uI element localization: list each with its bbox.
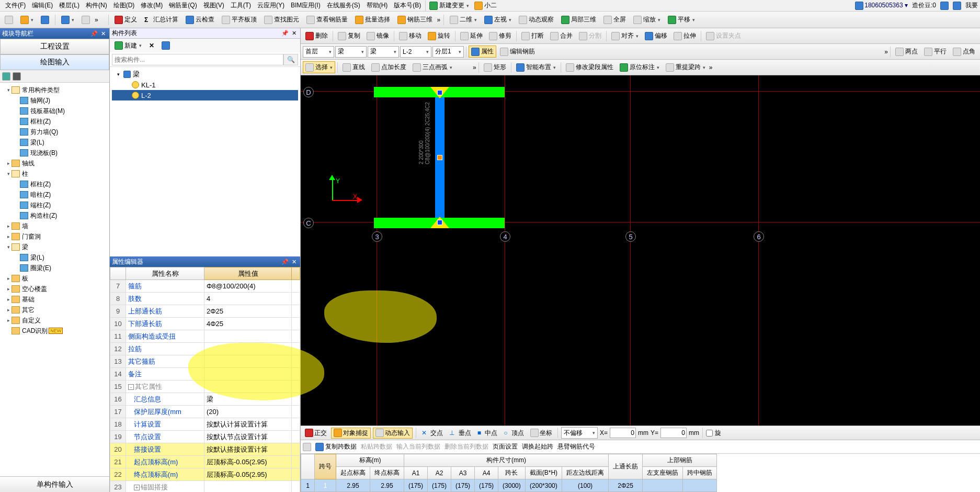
define-button[interactable]: 定义 xyxy=(112,14,140,26)
gjsw-button[interactable]: 钢筋三维 xyxy=(395,14,435,26)
comp-item[interactable]: L-2 xyxy=(112,90,298,100)
tree-node[interactable]: 现浇板(B) xyxy=(2,148,107,158)
tree-node[interactable]: ▸板 xyxy=(2,273,107,284)
prop-row[interactable]: 8肢数4 xyxy=(110,293,300,305)
comp-combo[interactable]: L-2 xyxy=(400,46,431,58)
split-button[interactable]: 分割 xyxy=(576,30,604,42)
cell-sec[interactable]: (200*300) xyxy=(525,479,562,492)
trim-button[interactable]: 修剪 xyxy=(486,30,514,42)
coord-toggle[interactable]: 坐标 xyxy=(528,428,554,438)
close-icon[interactable]: ✕ xyxy=(99,30,107,37)
copy-comp-button[interactable] xyxy=(159,40,173,51)
cell-mid[interactable] xyxy=(683,479,717,492)
prop-row[interactable]: 15-其它属性 xyxy=(110,381,300,393)
prop-row[interactable]: 21 起点顶标高(m)层顶标高-0.05(2.95) xyxy=(110,456,300,468)
menu-cloud[interactable]: 云应用(Y) xyxy=(254,0,288,11)
ortho-toggle[interactable]: 正交 xyxy=(303,428,329,438)
drawing-canvas[interactable]: D C 3 4 5 6 Y X 2 200*300 C xyxy=(301,75,980,426)
dyninput-toggle[interactable]: 动态输入 xyxy=(373,428,413,439)
leftview-button[interactable]: 左视▾ xyxy=(482,14,514,26)
menu-rebar[interactable]: 钢筋量(Q) xyxy=(166,0,200,11)
swap-start-button[interactable]: 调换起始跨 xyxy=(522,442,553,451)
tree-node[interactable]: ▸其它 xyxy=(2,305,107,315)
user-small[interactable]: 小二 xyxy=(472,0,499,12)
menu-component[interactable]: 构件(N) xyxy=(83,0,110,11)
copy-button[interactable]: 复制 xyxy=(335,30,363,42)
pan-button[interactable]: 平移▾ xyxy=(665,14,698,26)
tree-node[interactable]: ▾梁 xyxy=(2,242,107,252)
search-button[interactable]: 🔍 xyxy=(283,54,298,65)
tree-node[interactable]: ▸自定义 xyxy=(2,315,107,326)
tree-node[interactable]: ▸门窗洞 xyxy=(2,231,107,242)
extend-button[interactable]: 延伸 xyxy=(458,30,485,42)
fullscreen-button[interactable]: 全屏 xyxy=(601,14,629,26)
cell-toplong[interactable]: 2Φ25 xyxy=(609,479,643,492)
offset-mode-combo[interactable]: 不偏移 xyxy=(561,427,598,439)
dynview-button[interactable]: 动态观察 xyxy=(516,14,556,26)
move-button[interactable]: 移动 xyxy=(396,30,424,42)
merge-button[interactable]: 合并 xyxy=(548,30,575,42)
layer-combo[interactable]: 分层1 xyxy=(432,46,464,58)
cell-a3[interactable]: (175) xyxy=(451,479,475,492)
cell-a1[interactable]: (175) xyxy=(404,479,428,492)
comp-root[interactable]: ▾梁 xyxy=(112,69,298,80)
prop-row[interactable]: 14备注 xyxy=(110,368,300,381)
comp-item[interactable]: KL-1 xyxy=(112,80,298,90)
tree-node[interactable]: ▾常用构件类型 xyxy=(2,85,107,95)
close-icon[interactable]: ✕ xyxy=(290,259,298,265)
2d-button[interactable]: 二维▾ xyxy=(447,14,480,26)
cell-edge[interactable]: (100) xyxy=(562,479,609,492)
cat1-combo[interactable]: 梁 xyxy=(335,46,367,58)
tree-node[interactable]: 梁(L) xyxy=(2,137,107,148)
mid-toggle[interactable]: ■ 中点 xyxy=(475,428,500,438)
menu-floor[interactable]: 楼层(L) xyxy=(56,0,83,11)
offset-button[interactable]: 偏移 xyxy=(642,30,670,42)
user-id[interactable]: 18060505363 ▾ xyxy=(855,2,908,10)
new-change-button[interactable]: 新建变更▾ xyxy=(427,0,472,12)
prop-row[interactable]: 7箍筋Φ8@100/200(4) xyxy=(110,280,300,293)
parallel-button[interactable]: 平行 xyxy=(921,46,949,58)
ckgjl-button[interactable]: 查看钢筋量 xyxy=(304,14,350,26)
tree-node[interactable]: 暗柱(Z) xyxy=(2,189,107,200)
pointlen-button[interactable]: 点加长度 xyxy=(369,61,409,73)
reraise-button[interactable]: 重提梁跨▾ xyxy=(663,61,708,73)
y-input[interactable] xyxy=(660,428,687,438)
new-file-button[interactable] xyxy=(2,14,16,26)
cell-a2[interactable]: (175) xyxy=(428,479,451,492)
pin-icon[interactable]: 📌 xyxy=(280,259,290,265)
pointangle-button[interactable]: 点角 xyxy=(950,46,978,58)
floor-combo[interactable]: 首层 xyxy=(303,46,334,58)
copy-span-button[interactable]: 复制跨数据 xyxy=(315,442,357,451)
menu-edit[interactable]: 编辑(E) xyxy=(29,0,56,11)
single-input-tab[interactable]: 单构件输入 xyxy=(0,476,109,492)
tab-project-settings[interactable]: 工程设置 xyxy=(0,39,109,54)
cell-leftsup[interactable] xyxy=(643,479,683,492)
align-button[interactable]: 对齐▾ xyxy=(609,30,641,42)
prop-button[interactable]: 属性 xyxy=(469,46,496,58)
cat2-combo[interactable]: 梁 xyxy=(368,46,399,58)
delete-comp-button[interactable]: ✕ xyxy=(146,40,157,51)
tree-node[interactable]: CAD识别NEW xyxy=(2,326,107,336)
rotate-button[interactable]: 旋转 xyxy=(425,30,453,42)
menu-view[interactable]: 视图(V) xyxy=(200,0,227,11)
endpoint-toggle[interactable]: ○ 顶点 xyxy=(502,428,526,438)
menu-tools[interactable]: 工具(T) xyxy=(227,0,254,11)
bell-icon[interactable] xyxy=(940,2,949,10)
menu-version[interactable]: 版本号(B) xyxy=(391,0,424,11)
break-button[interactable]: 打断 xyxy=(519,30,546,42)
tree-node[interactable]: ▸墙 xyxy=(2,221,107,231)
search-input[interactable] xyxy=(112,54,283,65)
zoom-button[interactable]: 缩放▾ xyxy=(631,14,663,26)
plus-small-icon[interactable] xyxy=(2,72,10,81)
findelem-button[interactable]: 查找图元 xyxy=(261,14,302,26)
tree-node[interactable]: ▸空心楼盖 xyxy=(2,284,107,294)
pingqi-button[interactable]: 平齐板顶 xyxy=(219,14,259,26)
tree-node[interactable]: ▸轴线 xyxy=(2,158,107,169)
menu-file[interactable]: 文件(F) xyxy=(2,0,29,11)
del-cur-button[interactable]: 删除当前列数据 xyxy=(445,442,488,451)
rect-button[interactable]: 矩形 xyxy=(481,61,509,73)
delete-button[interactable]: 删除 xyxy=(303,30,331,42)
prop-row[interactable]: 10下部通长筋4Φ25 xyxy=(110,318,300,330)
select-button[interactable]: 选择▾ xyxy=(303,61,335,73)
input-cur-button[interactable]: 输入当前列数据 xyxy=(396,442,440,451)
